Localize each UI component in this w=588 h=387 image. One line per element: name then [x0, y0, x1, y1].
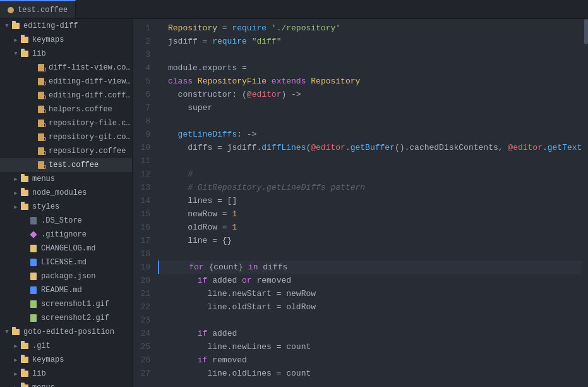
editor-area: 1234567891011121314151617181920212223242… — [133, 19, 588, 387]
tree-label: LICENSE.md — [41, 258, 132, 267]
sidebar-item-editing-diff[interactable]: editing-diff.coffee — [0, 89, 132, 102]
line-number: 20 — [138, 274, 150, 287]
line-number: 5 — [138, 75, 150, 88]
code-line: for {count} in diffs — [158, 261, 582, 274]
tree-label: repository-file.coffee — [49, 119, 132, 128]
sidebar-item-readme[interactable]: README.md — [0, 283, 132, 297]
code-view[interactable]: 1234567891011121314151617181920212223242… — [133, 19, 588, 387]
line-number: 15 — [138, 207, 150, 221]
code-line: getLineDiffs: -> — [158, 128, 582, 141]
tab-test-coffee[interactable]: test.coffee — [0, 0, 76, 18]
sidebar-item-repository-git[interactable]: repository-git.coffee — [0, 130, 132, 144]
sidebar-item-gitignore[interactable]: .gitignore — [0, 228, 132, 242]
code-line: lines = [] — [158, 194, 582, 207]
sidebar-item-styles[interactable]: styles — [0, 200, 132, 214]
sidebar-item-license[interactable]: LICENSE.md — [0, 255, 132, 269]
tree-root[interactable]: editing-diff — [0, 19, 132, 33]
sidebar-item-node-modules[interactable]: node_modules — [0, 186, 132, 200]
tree-label: keymaps — [32, 35, 132, 44]
sidebar-item-keymaps2[interactable]: keymaps — [0, 353, 132, 367]
tree-arrow — [20, 286, 29, 295]
code-line — [158, 48, 582, 61]
sidebar-item-lib[interactable]: lib — [0, 47, 132, 61]
code-line: super — [158, 101, 582, 114]
tree-arrow — [20, 244, 29, 253]
coffee-icon — [37, 91, 45, 100]
tab-bar: test.coffee — [0, 0, 588, 19]
sidebar-item-screenshot2[interactable]: screenshot2.gif — [0, 311, 132, 325]
code-line: line.oldLines = count — [158, 367, 582, 380]
folder-icon — [20, 341, 29, 350]
line-number: 14 — [138, 194, 150, 207]
tab-label: test.coffee — [18, 6, 68, 15]
code-line: newRow = 1 — [158, 207, 582, 221]
tree-arrow — [20, 230, 29, 239]
tree-arrow — [28, 147, 37, 156]
token: lines = [] — [168, 196, 237, 206]
sidebar-item-repository[interactable]: repository.coffee — [0, 144, 132, 158]
line-number: 19 — [138, 261, 150, 274]
tree-label: CHANGELOG.md — [41, 244, 132, 253]
sidebar-item-repository-file[interactable]: repository-file.coffee — [0, 116, 132, 130]
ds-store-icon — [29, 216, 38, 225]
tree-label: keymaps — [32, 355, 132, 364]
folder-icon — [11, 22, 20, 30]
code-line: if removed — [158, 353, 582, 367]
line-number: 27 — [138, 367, 150, 380]
code-line: # — [158, 168, 582, 181]
token: {count} — [204, 262, 248, 272]
tree-arrow — [11, 383, 20, 387]
sidebar-item-diff-list-view[interactable]: diff-list-view.coffee — [0, 61, 132, 75]
tree-root-2[interactable]: goto-edited-position — [0, 325, 132, 339]
sidebar-item-git[interactable]: .git — [0, 339, 132, 353]
token: removed — [252, 276, 291, 285]
tree-arrow — [28, 161, 37, 169]
token: if — [168, 329, 207, 338]
tree-label: lib — [32, 369, 132, 378]
sidebar-item-lib2[interactable]: lib — [0, 367, 132, 381]
sidebar-item-ds-store[interactable]: .DS_Store — [0, 214, 132, 228]
tree-arrow — [3, 22, 11, 30]
tree-arrow — [11, 202, 20, 211]
line-number: 16 — [138, 221, 150, 234]
folder-icon — [20, 355, 29, 364]
tree-arrow — [28, 63, 37, 72]
tree-label: repository.coffee — [49, 147, 132, 156]
sidebar-item-screenshot1[interactable]: screenshot1.gif — [0, 297, 132, 311]
img-icon — [29, 314, 38, 322]
tree-arrow — [28, 105, 37, 114]
tree-arrow — [11, 188, 20, 197]
tree-label: styles — [32, 202, 132, 211]
sidebar-item-menus[interactable]: menus — [0, 172, 132, 186]
token: oldRow = — [168, 223, 232, 232]
sidebar-item-package-json[interactable]: package.json — [0, 269, 132, 283]
coffee-icon — [37, 133, 45, 142]
token: in — [248, 262, 258, 272]
token: line.newStart = newRow — [168, 289, 316, 298]
scroll-track[interactable] — [582, 19, 588, 387]
code-line: Repository = require './repository' — [158, 22, 582, 35]
tree-label: menus — [32, 175, 132, 183]
sidebar-item-keymaps[interactable]: keymaps — [0, 33, 132, 47]
coffee-icon — [37, 63, 45, 72]
line-number: 25 — [138, 340, 150, 353]
token: line.oldStart = oldRow — [168, 302, 316, 312]
token: for — [169, 262, 204, 272]
sidebar-item-helpers[interactable]: helpers.coffee — [0, 102, 132, 116]
coffee-icon — [37, 77, 45, 86]
token: or — [242, 276, 252, 285]
sidebar-item-changelog[interactable]: CHANGELOG.md — [0, 242, 132, 255]
root2-label: goto-edited-position — [23, 328, 132, 336]
code-line: if added or removed — [158, 274, 582, 287]
tree-label: package.json — [41, 272, 132, 281]
sidebar-item-test[interactable]: test.coffee — [0, 158, 132, 172]
sidebar-item-menus2[interactable]: menus — [0, 381, 132, 387]
token: diffLines — [261, 143, 306, 152]
token: diffs — [258, 262, 287, 272]
token: Repository — [168, 23, 217, 33]
code-line — [158, 154, 582, 168]
code-line: if added — [158, 327, 582, 340]
sidebar-item-editing-diff-view[interactable]: editing-diff-view.coff... — [0, 75, 132, 89]
code-line — [158, 247, 582, 261]
code-line: line.newStart = newRow — [158, 287, 582, 300]
